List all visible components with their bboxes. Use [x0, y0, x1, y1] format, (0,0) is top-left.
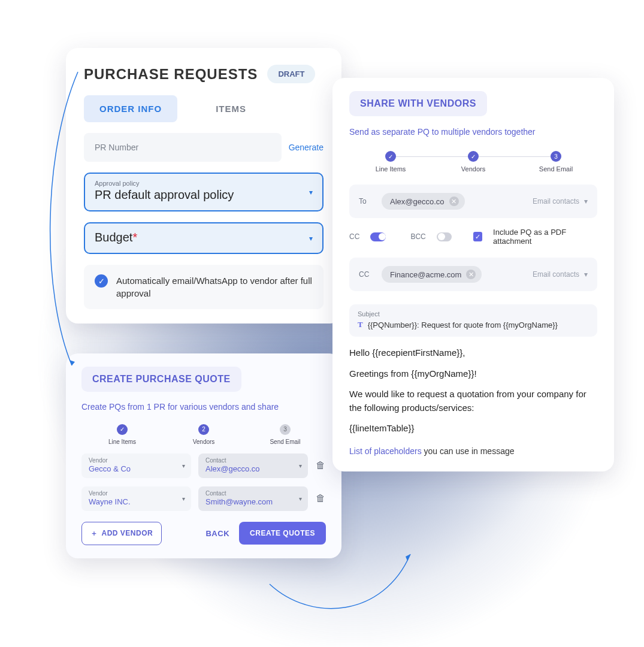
check-circle-icon[interactable]: ✓ — [95, 274, 108, 288]
placeholders-link[interactable]: List of placeholders — [349, 446, 422, 456]
step-label: Send Email — [244, 439, 326, 445]
section-title: SHARE WITH VENDORS — [349, 91, 487, 116]
chevron-down-icon: ▾ — [299, 495, 302, 502]
step-label: Vendors — [432, 165, 515, 173]
pq-stepper: ✓ Line Items 2 Vendors 3 Send Email — [81, 424, 326, 445]
create-quotes-button[interactable]: CREATE QUOTES — [239, 522, 326, 545]
bcc-toggle[interactable] — [437, 232, 452, 241]
recipient-chip: Finance@acme.com ✕ — [382, 266, 482, 283]
step-label: Send Email — [515, 165, 597, 173]
share-stepper: ✓ Line Items ✓ Vendors 3 Send Email — [349, 151, 597, 173]
step-done-icon: ✓ — [385, 151, 396, 162]
required-mark: * — [132, 231, 137, 244]
subject-field[interactable]: Subject T {{PQNumber}}: Request for quot… — [349, 304, 597, 337]
vendor-row: Vendor Wayne INC. ▾ Contact Smith@wayne.… — [81, 486, 326, 511]
approval-policy-select[interactable]: Approval policy PR default approval poli… — [84, 173, 323, 211]
text-icon: T — [358, 320, 363, 329]
to-label: To — [359, 197, 373, 205]
approval-policy-label: Approval policy — [95, 180, 313, 187]
section-subtitle: Send as separate PQ to multiple vendors … — [349, 127, 597, 137]
step-label: Vendors — [163, 439, 244, 445]
subject-label: Subject — [358, 310, 589, 318]
generate-link[interactable]: Generate — [289, 143, 323, 152]
page-title: PURCHASE REQUESTS — [84, 66, 258, 83]
vendor-select[interactable]: Vendor Wayne INC. ▾ — [81, 486, 191, 511]
chevron-down-icon: ▾ — [299, 462, 302, 469]
tab-items[interactable]: ITEMS — [200, 95, 262, 122]
contact-select[interactable]: Contact Smith@wayne.com ▾ — [198, 486, 308, 511]
section-subtitle: Create PQs from 1 PR for various vendors… — [81, 401, 326, 413]
auto-email-text: Automatically email/WhatsApp to vendor a… — [116, 274, 313, 300]
tab-order-info[interactable]: ORDER INFO — [84, 95, 177, 122]
chevron-down-icon: ▾ — [182, 495, 185, 502]
chevron-down-icon: ▾ — [309, 188, 313, 196]
chevron-down-icon: ▾ — [182, 462, 185, 469]
placeholders-text: you can use in message — [422, 446, 515, 456]
step-current-icon: 3 — [551, 151, 561, 162]
plus-icon: ＋ — [90, 528, 98, 539]
contact-select[interactable]: Contact Alex@gecco.co ▾ — [198, 453, 308, 478]
include-pdf-checkbox[interactable]: ✓ — [473, 232, 482, 241]
to-field[interactable]: To Alex@gecco.co ✕ Email contacts ▾ — [349, 185, 597, 218]
delete-row-icon[interactable]: 🗑 — [315, 460, 326, 471]
cc-field-label: CC — [359, 270, 373, 279]
chevron-down-icon: ▾ — [309, 234, 313, 243]
add-vendor-button[interactable]: ＋ ADD VENDOR — [81, 522, 162, 545]
step-done-icon: ✓ — [468, 151, 479, 162]
step-current-icon: 2 — [198, 424, 209, 435]
share-with-vendors-card: SHARE WITH VENDORS Send as separate PQ t… — [332, 78, 614, 471]
cc-field[interactable]: CC Finance@acme.com ✕ Email contacts ▾ — [349, 258, 597, 291]
recipient-chip: Alex@gecco.co ✕ — [382, 193, 465, 210]
message-body[interactable]: Hello {{recepientFirstName}}, Greetings … — [349, 346, 597, 436]
delete-row-icon[interactable]: 🗑 — [315, 493, 326, 504]
subject-value: {{PQNumber}}: Request for quote from {{m… — [368, 321, 558, 329]
cc-toggle[interactable] — [370, 232, 386, 241]
vendor-row: Vendor Gecco & Co ▾ Contact Alex@gecco.c… — [81, 453, 326, 478]
chevron-down-icon: ▾ — [584, 197, 588, 205]
cc-label: CC — [349, 232, 359, 241]
step-label: Line Items — [81, 439, 163, 445]
vendor-select[interactable]: Vendor Gecco & Co ▾ — [81, 453, 191, 478]
pr-number-field[interactable]: PR Number — [84, 133, 282, 162]
include-pdf-label: Include PQ as a PDF attachment — [493, 228, 597, 246]
chevron-down-icon: ▾ — [584, 270, 588, 279]
create-purchase-quote-card: CREATE PURCHASE QUOTE Create PQs from 1 … — [66, 353, 341, 558]
budget-select[interactable]: Budget* ▾ — [84, 222, 323, 254]
purchase-requests-card: PURCHASE REQUESTS DRAFT ORDER INFO ITEMS… — [66, 48, 341, 324]
remove-chip-icon[interactable]: ✕ — [449, 196, 459, 206]
section-title: CREATE PURCHASE QUOTE — [81, 367, 241, 392]
email-contacts-select[interactable]: Email contacts ▾ — [533, 270, 588, 279]
back-button[interactable]: BACK — [205, 529, 229, 538]
step-done-icon: ✓ — [117, 424, 128, 435]
approval-policy-value: PR default approval policy — [95, 188, 313, 202]
step-label: Line Items — [349, 165, 432, 173]
bcc-label: BCC — [410, 232, 425, 241]
email-contacts-select[interactable]: Email contacts ▾ — [533, 197, 588, 205]
remove-chip-icon[interactable]: ✕ — [466, 270, 476, 279]
budget-label: Budget — [95, 231, 132, 244]
status-badge: DRAFT — [267, 65, 315, 83]
step-todo-icon: 3 — [280, 424, 291, 435]
